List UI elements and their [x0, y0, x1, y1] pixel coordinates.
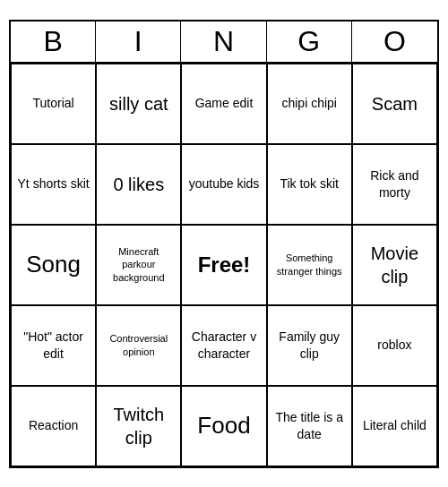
header-letter-b: B	[11, 21, 96, 62]
bingo-cell-9[interactable]: Rick and morty	[352, 144, 437, 225]
bingo-cell-23[interactable]: The title is a date	[267, 386, 352, 466]
bingo-cell-5[interactable]: Yt shorts skit	[11, 144, 96, 225]
bingo-header: BINGO	[11, 21, 437, 64]
bingo-cell-3[interactable]: chipi chipi	[267, 64, 352, 144]
bingo-cell-0[interactable]: Tutorial	[11, 64, 96, 144]
bingo-cell-19[interactable]: roblox	[352, 305, 437, 386]
bingo-cell-21[interactable]: Twitch clip	[96, 386, 181, 466]
header-letter-n: N	[181, 21, 266, 62]
bingo-cell-12[interactable]: Free!	[181, 225, 266, 305]
bingo-cell-22[interactable]: Food	[181, 386, 266, 466]
bingo-cell-20[interactable]: Reaction	[11, 386, 96, 466]
bingo-cell-7[interactable]: youtube kids	[181, 144, 266, 225]
bingo-cell-15[interactable]: "Hot" actor edit	[11, 305, 96, 386]
bingo-cell-13[interactable]: Something stranger things	[267, 225, 352, 305]
bingo-cell-17[interactable]: Character v character	[181, 305, 266, 386]
bingo-cell-8[interactable]: Tik tok skit	[267, 144, 352, 225]
bingo-cell-1[interactable]: silly cat	[96, 64, 181, 144]
bingo-cell-24[interactable]: Literal child	[352, 386, 437, 466]
header-letter-o: O	[352, 21, 437, 62]
bingo-cell-4[interactable]: Scam	[352, 64, 437, 144]
bingo-cell-10[interactable]: Song	[11, 225, 96, 305]
bingo-grid: Tutorialsilly catGame editchipi chipiSca…	[11, 64, 437, 466]
bingo-cell-2[interactable]: Game edit	[181, 64, 266, 144]
header-letter-i: I	[96, 21, 181, 62]
bingo-cell-14[interactable]: Movie clip	[352, 225, 437, 305]
bingo-cell-6[interactable]: 0 likes	[96, 144, 181, 225]
bingo-cell-18[interactable]: Family guy clip	[267, 305, 352, 386]
bingo-cell-16[interactable]: Controversial opinion	[96, 305, 181, 386]
header-letter-g: G	[267, 21, 352, 62]
bingo-card: BINGO Tutorialsilly catGame editchipi ch…	[9, 20, 439, 468]
bingo-cell-11[interactable]: Minecraft parkour background	[96, 225, 181, 305]
